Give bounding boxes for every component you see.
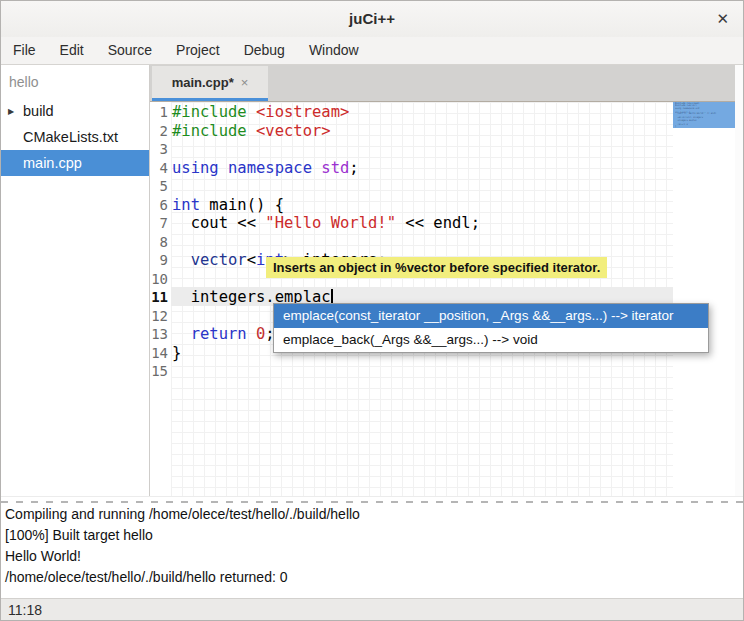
code-line[interactable]: using namespace std; (171, 159, 673, 178)
line-number: 8 (150, 233, 171, 252)
menu-source[interactable]: Source (96, 37, 164, 64)
sidebar-item-label: CMakeLists.txt (23, 129, 118, 145)
minimap-code-preview: #include <iostream> #include <vector> us… (675, 103, 717, 127)
output-line: Hello World! (1, 546, 743, 567)
line-number: 10 (150, 270, 171, 289)
sidebar-item-label: main.cpp (23, 155, 82, 171)
file-tree: ▶buildCMakeLists.txtmain.cpp (1, 98, 149, 176)
line-number: 4 (150, 159, 171, 178)
clock: 11:18 (8, 602, 42, 618)
editor[interactable]: 123456789101112131415 #include <iostream… (150, 102, 743, 496)
code-area[interactable]: #include <iostream>#include <vector>usin… (171, 102, 673, 496)
menu-debug[interactable]: Debug (232, 37, 297, 64)
expander-icon[interactable]: ▶ (8, 107, 22, 116)
line-number: 5 (150, 177, 171, 196)
scrollbar-gutter (735, 102, 743, 496)
output-line: Compiling and running /home/olece/test/h… (1, 504, 743, 525)
editor-column: main.cpp*× 123456789101112131415 #includ… (150, 65, 743, 496)
signature-tooltip: Inserts an object in %vector before spec… (266, 257, 607, 278)
window-close-button[interactable]: ✕ (712, 1, 733, 36)
code-line[interactable] (171, 177, 673, 196)
line-number-gutter: 123456789101112131415 (150, 102, 171, 496)
menu-file[interactable]: File (1, 37, 48, 64)
completion-item[interactable]: emplace_back(_Args &&__args...) --> void (274, 328, 708, 352)
code-line[interactable] (171, 233, 673, 252)
tab-main-cpp-[interactable]: main.cpp*× (152, 66, 268, 101)
line-number: 9 (150, 251, 171, 270)
close-icon: ✕ (716, 10, 729, 27)
line-number: 15 (150, 362, 171, 381)
titlebar[interactable]: juCi++ ✕ (1, 1, 743, 38)
code-line[interactable] (171, 140, 673, 159)
line-number: 12 (150, 307, 171, 326)
line-number: 6 (150, 196, 171, 215)
minimap[interactable]: #include <iostream> #include <vector> us… (673, 102, 737, 496)
sidebar-item-cmakelists-txt[interactable]: CMakeLists.txt (1, 124, 149, 150)
code-line[interactable]: int main() { (171, 196, 673, 215)
code-line[interactable]: #include <vector> (171, 122, 673, 141)
line-number: 1 (150, 103, 171, 122)
line-number: 11 (150, 288, 171, 307)
completion-popup: emplace(const_iterator __position, _Args… (273, 303, 709, 353)
line-number: 7 (150, 214, 171, 233)
completion-item[interactable]: emplace(const_iterator __position, _Args… (274, 304, 708, 328)
tab-close-icon[interactable]: × (241, 75, 249, 90)
line-number: 3 (150, 140, 171, 159)
tabbar: main.cpp*× (150, 65, 735, 102)
output-panel[interactable]: Compiling and running /home/olece/test/h… (1, 504, 743, 598)
statusbar: 11:18 (1, 598, 743, 620)
code-line[interactable] (171, 362, 673, 381)
line-number: 14 (150, 344, 171, 363)
output-line: [100%] Built target hello (1, 525, 743, 546)
menu-edit[interactable]: Edit (48, 37, 96, 64)
sidebar-item-build[interactable]: ▶build (1, 98, 149, 124)
menu-project[interactable]: Project (164, 37, 232, 64)
sidebar-item-main-cpp[interactable]: main.cpp (1, 150, 149, 176)
line-number: 2 (150, 122, 171, 141)
line-number: 13 (150, 325, 171, 344)
window-title: juCi++ (1, 1, 743, 36)
sidebar-item-label: build (23, 103, 54, 119)
project-label: hello (1, 65, 149, 98)
menu-window[interactable]: Window (297, 37, 371, 64)
text-caret (331, 289, 333, 304)
file-tree-sidebar[interactable]: hello ▶buildCMakeLists.txtmain.cpp (1, 65, 150, 496)
code-line[interactable]: cout << "Hello World!" << endl; (171, 214, 673, 233)
output-line: /home/olece/test/hello/./build/hello ret… (1, 567, 743, 588)
juci-window: juCi++ ✕ FileEditSourceProjectDebugWindo… (0, 0, 744, 621)
menubar: FileEditSourceProjectDebugWindow (1, 37, 743, 65)
main-area: hello ▶buildCMakeLists.txtmain.cpp main.… (1, 65, 743, 496)
tab-label: main.cpp* (172, 75, 234, 90)
code-line[interactable]: #include <iostream> (171, 103, 673, 122)
